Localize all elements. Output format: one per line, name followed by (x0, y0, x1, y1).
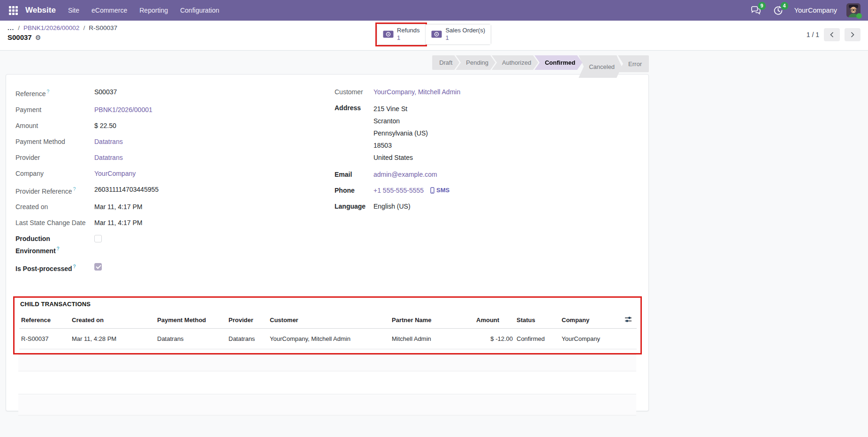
control-panel: ... / PBNK1/2026/00002 / R-S00037 S00037… (0, 21, 868, 51)
table-header-row: Reference Created on Payment Method Prov… (19, 312, 637, 329)
field-label-email: Email (335, 169, 370, 180)
mobile-phone-icon (430, 187, 434, 194)
pager-next-button[interactable] (845, 28, 860, 41)
column-header-provider[interactable]: Provider (227, 312, 268, 329)
breadcrumb-parent-link[interactable]: PBNK1/2026/00002 (23, 24, 79, 31)
field-label-language: Language (335, 201, 370, 211)
field-value-customer-link[interactable]: YourCompany, Mitchell Admin (373, 87, 460, 97)
optional-columns-button[interactable] (623, 312, 637, 329)
empty-row (18, 394, 636, 415)
cell-created-on: Mar 11, 4:28 PM (70, 328, 155, 349)
field-value-payment-method-link[interactable]: Datatrans (94, 136, 123, 147)
field-value-provider-link[interactable]: Datatrans (94, 152, 123, 163)
column-header-company[interactable]: Company (560, 312, 623, 329)
breadcrumb-separator: / (18, 24, 20, 31)
send-sms-button[interactable]: SMS (430, 185, 449, 196)
apps-grid-icon (9, 6, 18, 15)
field-label-customer: Customer (335, 87, 370, 97)
menu-ecommerce[interactable]: eCommerce (91, 7, 127, 14)
sms-label: SMS (436, 185, 449, 196)
child-transactions-table: Reference Created on Payment Method Prov… (19, 312, 637, 349)
messages-button[interactable]: 9 (749, 4, 762, 16)
field-label-payment-method: Payment Method (15, 136, 91, 147)
address-zip: 18503 (373, 139, 428, 151)
field-value-email-link[interactable]: admin@example.com (373, 169, 437, 180)
field-label-reference: Reference? (15, 87, 91, 99)
cell-partner-name: Mitchell Admin (390, 328, 474, 349)
cell-status: Confirmed (515, 328, 560, 349)
field-value-created-on: Mar 11, 4:17 PM (94, 202, 142, 212)
table-row[interactable]: R-S00037 Mar 11, 4:28 PM Datatrans Datat… (19, 328, 637, 349)
is-post-processed-checkbox[interactable] (94, 263, 102, 271)
chevron-left-icon (830, 31, 834, 38)
cell-reference: R-S00037 (19, 328, 70, 349)
empty-row (18, 371, 636, 394)
cell-customer: YourCompany, Mitchell Admin (268, 328, 390, 349)
app-name[interactable]: Website (25, 6, 56, 15)
activities-button[interactable]: 4 (772, 4, 785, 16)
column-header-reference[interactable]: Reference (19, 312, 70, 329)
status-step-error[interactable]: Error (618, 55, 649, 72)
field-value-company-link[interactable]: YourCompany (94, 168, 136, 179)
activities-badge: 4 (781, 2, 788, 10)
field-value-last-state-change: Mar 11, 4:17 PM (94, 218, 142, 228)
banknote-icon (383, 30, 394, 38)
address-state: Pennsylvania (US) (373, 127, 428, 139)
child-transactions-title: CHILD TRANSACTIONS (20, 301, 636, 308)
column-header-amount[interactable]: Amount (474, 312, 515, 329)
top-navbar: Website Site eCommerce Reporting Configu… (0, 0, 868, 21)
banknote-icon (431, 30, 442, 38)
field-value-address: 215 Vine St Scranton Pennsylvania (US) 1… (373, 103, 428, 164)
field-value-phone-link[interactable]: +1 555-555-5555 (373, 185, 424, 196)
company-switcher[interactable]: YourCompany (794, 7, 837, 14)
sales-orders-label: Sales Order(s) (445, 27, 485, 34)
field-label-is-post-processed: Is Post-processed? (15, 262, 91, 274)
column-header-payment-method[interactable]: Payment Method (155, 312, 227, 329)
empty-list-rows (6, 354, 648, 415)
cell-payment-method: Datatrans (155, 328, 227, 349)
online-status-dot (856, 13, 862, 19)
production-environment-checkbox[interactable] (94, 235, 102, 242)
field-label-company: Company (15, 168, 91, 179)
cell-company: YourCompany (560, 328, 623, 349)
field-value-provider-reference: 260311114703445955 (94, 184, 159, 196)
help-icon: ? (57, 246, 60, 251)
chevron-right-icon (850, 31, 855, 38)
column-header-partner-name[interactable]: Partner Name (390, 312, 474, 329)
status-step-authorized[interactable]: Authorized (492, 55, 538, 70)
user-avatar[interactable] (846, 3, 860, 17)
page-title: S00037 (8, 33, 32, 41)
field-label-provider-reference: Provider Reference? (15, 184, 91, 196)
child-transactions-annotation-box: CHILD TRANSACTIONS Reference Created on … (13, 296, 642, 354)
messages-badge: 9 (758, 2, 766, 10)
field-value-amount: $ 22.50 (94, 121, 116, 131)
sales-orders-button[interactable]: Sales Order(s) 1 (425, 24, 491, 45)
column-header-status[interactable]: Status (515, 312, 560, 329)
gear-icon[interactable]: ⚙ (35, 34, 41, 41)
column-header-created-on[interactable]: Created on (70, 312, 155, 329)
status-bar: Draft Pending Authorized Confirmed Cance… (6, 55, 649, 70)
status-step-canceled[interactable]: Canceled (579, 55, 622, 78)
menu-reporting[interactable]: Reporting (139, 7, 168, 14)
menu-site[interactable]: Site (68, 7, 79, 14)
status-step-pending[interactable]: Pending (456, 55, 495, 70)
address-street: 215 Vine St (373, 103, 428, 115)
pager-previous-button[interactable] (824, 28, 840, 41)
apps-menu-button[interactable] (8, 5, 19, 16)
menu-configuration[interactable]: Configuration (180, 7, 219, 14)
refunds-count: 1 (397, 34, 400, 42)
status-step-draft[interactable]: Draft (432, 55, 459, 70)
breadcrumb-current: R-S00037 (89, 24, 117, 31)
cell-provider: Datatrans (227, 328, 268, 349)
status-step-confirmed[interactable]: Confirmed (534, 55, 582, 70)
help-icon: ? (47, 89, 50, 94)
field-label-phone: Phone (335, 185, 370, 196)
cell-amount: $ -12.00 (474, 328, 515, 349)
address-city: Scranton (373, 115, 428, 127)
field-label-address: Address (335, 103, 370, 164)
field-value-payment-link[interactable]: PBNK1/2026/00001 (94, 105, 152, 115)
column-header-customer[interactable]: Customer (268, 312, 390, 329)
field-value-reference: S00037 (94, 87, 117, 99)
refunds-button[interactable]: Refunds 1 (377, 24, 425, 45)
breadcrumb-ellipsis[interactable]: ... (8, 24, 14, 31)
